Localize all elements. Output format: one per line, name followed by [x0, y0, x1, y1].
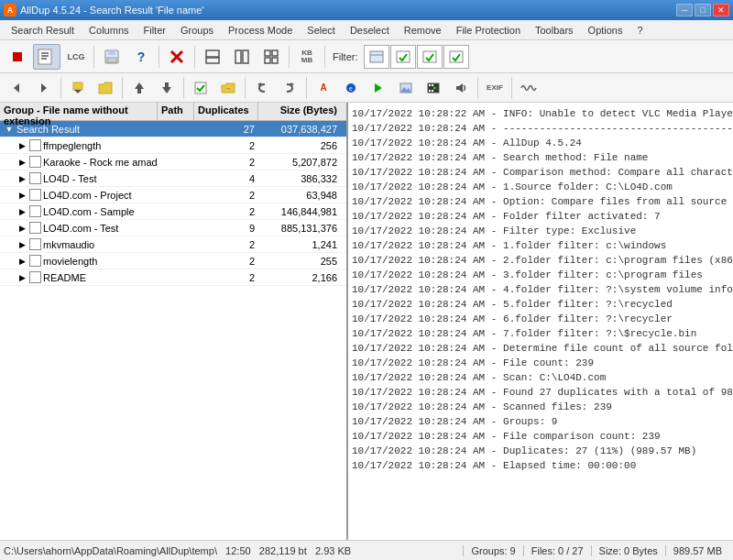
lcg-button[interactable]: LCG	[62, 44, 90, 70]
row-size: 63,948	[258, 189, 341, 202]
image-button[interactable]	[393, 76, 419, 100]
minimize-button[interactable]: ─	[676, 4, 693, 16]
stop-button[interactable]	[4, 44, 31, 70]
redo-button[interactable]	[277, 76, 302, 100]
play-button[interactable]	[366, 76, 391, 100]
forward-button[interactable]	[31, 76, 57, 100]
file-tree-panel[interactable]: Group - File name without extension Path…	[0, 103, 348, 540]
close-button[interactable]: ✕	[713, 4, 729, 16]
sep11	[477, 77, 478, 99]
menu-filter[interactable]: Filter	[137, 23, 173, 38]
checkbox[interactable]	[29, 172, 41, 184]
kb-button[interactable]: KBMB	[293, 44, 321, 70]
tree-root-row[interactable]: ▼ Search Result 27 037,638,427	[0, 121, 346, 137]
svg-marker-23	[14, 83, 19, 93]
table-row[interactable]: ▶ README 2 2,166	[0, 269, 346, 286]
view1-button[interactable]	[199, 44, 226, 70]
sep8	[183, 77, 184, 99]
menu-toolbars[interactable]: Toolbars	[528, 23, 581, 38]
menu-search-result[interactable]: Search Result	[4, 23, 82, 38]
checkbox[interactable]	[29, 205, 41, 217]
exif-button[interactable]: EXIF	[482, 76, 508, 100]
checkbox[interactable]	[29, 156, 41, 168]
save-button[interactable]	[98, 44, 126, 70]
log-line: 10/17/2022 10:28:24 AM - AllDup 4.5.24	[352, 136, 729, 150]
menu-file-protection[interactable]: File Protection	[449, 23, 528, 38]
log-line: 10/17/2022 10:28:24 AM - Comparison meth…	[352, 165, 729, 180]
expand-icon[interactable]: ▶	[15, 221, 29, 236]
table-row[interactable]: ▶ Karaoke - Rock me amadeus 2 5,207,872	[0, 154, 346, 170]
text-button[interactable]: A	[311, 76, 336, 100]
ie-button[interactable]: e	[338, 76, 364, 100]
menu-help[interactable]: ?	[630, 23, 651, 38]
menu-deselect[interactable]: Deselect	[343, 23, 397, 38]
row-name: ▶ movielength	[0, 253, 158, 269]
table-row[interactable]: ▶ movielength 2 255	[0, 253, 346, 269]
checkbox[interactable]	[29, 271, 41, 283]
checkbox[interactable]	[29, 189, 41, 201]
checkbox[interactable]	[29, 139, 41, 151]
menu-groups[interactable]: Groups	[173, 23, 221, 38]
back-button[interactable]	[4, 76, 29, 100]
view3-button[interactable]	[257, 44, 285, 70]
menu-remove[interactable]: Remove	[397, 23, 449, 38]
expand-icon[interactable]: ▶	[15, 138, 29, 153]
row-dups: 9	[194, 222, 258, 235]
svg-rect-25	[73, 82, 82, 90]
expand-icon[interactable]: ▶	[15, 204, 29, 219]
up-button[interactable]	[65, 76, 91, 100]
status-files: Files: 0 / 27	[523, 545, 591, 556]
folder2-button[interactable]: →	[215, 76, 241, 100]
expand-icon[interactable]: ▶	[15, 188, 29, 203]
wave-button[interactable]	[516, 76, 542, 100]
titlebar-controls[interactable]: ─ □ ✕	[676, 4, 729, 16]
filter-btn1[interactable]	[364, 45, 389, 69]
menu-process-mode[interactable]: Process Mode	[221, 23, 300, 38]
up2-button[interactable]	[126, 76, 152, 100]
expand-icon[interactable]: ▶	[15, 155, 29, 170]
filter-btn3[interactable]	[417, 45, 443, 69]
table-row[interactable]: ▶ mkvmaudio 2 1,241	[0, 236, 346, 253]
checkbox[interactable]	[29, 255, 41, 267]
sep6	[60, 77, 61, 99]
audio-button[interactable]	[448, 76, 474, 100]
down-button[interactable]	[154, 76, 180, 100]
expand-icon[interactable]: ▶	[15, 270, 29, 285]
expand-icon[interactable]: ▶	[15, 171, 29, 186]
menu-select[interactable]: Select	[300, 23, 343, 38]
col-group-header: Group - File name without extension	[0, 103, 158, 120]
table-row[interactable]: ▶ LO4D.com - Project 2 63,948	[0, 187, 346, 203]
statusbar: C:\Users\ahorn\AppData\Roaming\AllDup\te…	[0, 540, 733, 560]
checkbox[interactable]	[29, 222, 41, 234]
table-row[interactable]: ▶ LO4D - Test 4 386,332	[0, 170, 346, 187]
sep5	[324, 46, 325, 68]
expand-icon[interactable]: ▶	[15, 254, 29, 269]
menu-options[interactable]: Options	[581, 23, 630, 38]
help-button[interactable]: ?	[127, 44, 155, 70]
log-line: 10/17/2022 10:28:24 AM - Folder filter a…	[352, 209, 729, 224]
menu-columns[interactable]: Columns	[82, 23, 136, 38]
row-path	[158, 260, 194, 262]
sep7	[122, 77, 123, 99]
check-button[interactable]	[188, 76, 213, 100]
table-row[interactable]: ▶ ffmpeglength 2 256	[0, 137, 346, 154]
table-row[interactable]: ▶ LO4D.com - Test 9 885,131,376	[0, 220, 346, 236]
root-path	[158, 128, 194, 130]
app-icon: A	[4, 4, 16, 16]
film-button[interactable]	[421, 76, 446, 100]
delete-button[interactable]	[163, 44, 191, 70]
row-name: ▶ LO4D - Test	[0, 170, 158, 187]
undo-button[interactable]	[249, 76, 275, 100]
expand-icon[interactable]: ▶	[15, 237, 29, 252]
row-size: 256	[258, 139, 341, 152]
filter-btn2[interactable]	[390, 45, 416, 69]
view2-button[interactable]	[228, 44, 256, 70]
svg-rect-28	[137, 89, 141, 93]
results-button[interactable]	[33, 44, 60, 70]
filter-btn4[interactable]	[443, 45, 469, 69]
table-row[interactable]: ▶ LO4D.com - Sample 2 146,844,981	[0, 203, 346, 220]
checkbox[interactable]	[29, 238, 41, 250]
svg-rect-0	[13, 52, 22, 61]
folder-button[interactable]	[93, 76, 118, 100]
maximize-button[interactable]: □	[695, 4, 711, 16]
